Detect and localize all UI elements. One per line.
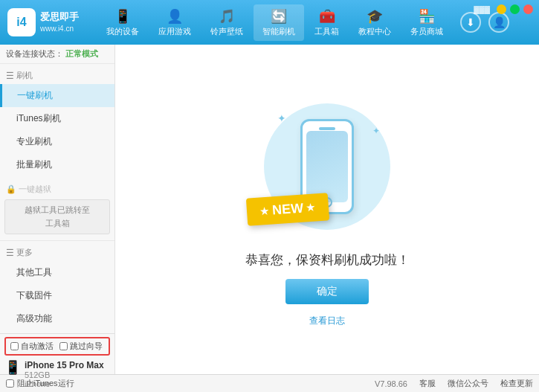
nav-item-app-games[interactable]: 👤 应用游戏 — [149, 4, 200, 41]
auto-activate-checkbox-label[interactable]: 自动激活 — [10, 341, 54, 352]
nav-item-merchant[interactable]: 🏪 务员商城 — [401, 4, 452, 41]
star-right-icon: ★ — [306, 202, 315, 213]
device-name: iPhone 15 Pro Max — [25, 360, 104, 370]
logo-text: 爱思即手 www.i4.cn — [40, 10, 79, 34]
customer-service-link[interactable]: 客服 — [419, 378, 436, 389]
device-phone-icon: 📱 — [4, 360, 21, 376]
new-badge: ★ NEW ★ — [246, 193, 329, 226]
flash-section-icon: ☰ — [6, 71, 14, 81]
sidebar-item-other-tools[interactable]: 其他工具 — [0, 261, 114, 284]
brand-url: www.i4.cn — [40, 24, 79, 34]
music-icon: 🎵 — [219, 8, 235, 25]
sidebar-item-batch-flash[interactable]: 批量刷机 — [0, 153, 114, 176]
itunes-checkbox[interactable] — [6, 379, 14, 388]
more-icon: ☰ — [6, 248, 14, 258]
auto-activate-checkbox[interactable] — [10, 342, 19, 350]
brand-name: 爱思即手 — [40, 10, 79, 24]
sparkle-icon-2: ✦ — [372, 126, 380, 136]
phone-notch — [319, 127, 335, 130]
sidebar-section-more: ☰ 更多 其他工具 下载固件 高级功能 — [0, 240, 114, 333]
sidebar-item-advanced[interactable]: 高级功能 — [0, 307, 114, 330]
window-controls: ▓▓▓ — [474, 4, 533, 14]
sidebar-item-one-click-flash[interactable]: 一键刷机 — [0, 84, 114, 107]
phone-icon: 📱 — [114, 8, 131, 25]
skip-guide-checkbox[interactable] — [59, 342, 68, 350]
user-icon[interactable]: 👤 — [488, 12, 509, 33]
download-icon[interactable]: ⬇ — [460, 12, 481, 33]
sidebar: 设备连接状态： 正常模式 ☰ 刷机 一键刷机 iTunes刷机 专业刷机 批量刷… — [0, 45, 115, 374]
store-icon: 🏪 — [419, 8, 435, 25]
nav-item-toolbox[interactable]: 🧰 工具箱 — [306, 4, 348, 41]
sidebar-item-download-firmware[interactable]: 下载固件 — [0, 284, 114, 307]
logo: i4 爱思即手 www.i4.cn — [7, 8, 89, 36]
success-message: 恭喜您，保资料刷机成功啦！ — [245, 251, 410, 269]
view-log-link[interactable]: 查看日志 — [309, 315, 345, 327]
nav-item-tutorial[interactable]: 🎓 教程中心 — [349, 4, 400, 41]
check-update-link[interactable]: 检查更新 — [500, 378, 533, 389]
confirm-button[interactable]: 确定 — [285, 279, 369, 304]
logo-icon: i4 — [7, 8, 36, 36]
star-left-icon: ★ — [260, 205, 270, 216]
flash-section-title: ☰ 刷机 — [0, 67, 114, 84]
skip-guide-checkbox-label[interactable]: 跳过向导 — [59, 341, 103, 352]
nav: 📱 我的设备 👤 应用游戏 🎵 铃声壁纸 🔄 智能刷机 🧰 工具箱 🎓 教程中心… — [89, 4, 460, 41]
sparkle-icon-1: ✦ — [277, 112, 286, 124]
nav-item-my-device[interactable]: 📱 我的设备 — [97, 4, 148, 41]
minimize-button[interactable] — [497, 4, 506, 14]
tutorial-icon: 🎓 — [367, 8, 383, 25]
disabled-note: 越狱工具已跳转至 工具箱 — [4, 199, 110, 234]
main-content: ✦ ✦ ★ NEW ★ 恭喜您，保资料刷机成功啦！ 确定 查看日志 — [115, 45, 539, 374]
status-mode-label: 正常模式 — [65, 48, 98, 60]
disabled-section: 🔒 一键越狱 越狱工具已跳转至 工具箱 — [0, 179, 114, 237]
refresh-icon: 🔄 — [271, 8, 287, 25]
sidebar-section-flash: ☰ 刷机 一键刷机 iTunes刷机 专业刷机 批量刷机 — [0, 64, 114, 179]
nav-item-smart-flash[interactable]: 🔄 智能刷机 — [254, 4, 304, 41]
close-button[interactable] — [523, 4, 533, 14]
phone-illustration: ✦ ✦ ★ NEW ★ — [253, 92, 401, 241]
header: ▓▓▓ i4 爱思即手 www.i4.cn 📱 我的设备 👤 应用游戏 🎵 铃声… — [0, 0, 539, 45]
lock-icon: 🔒 — [6, 184, 16, 194]
footer-right: V7.98.66 客服 微信公众号 检查更新 — [121, 378, 533, 389]
header-right: ⬇ 👤 — [460, 12, 509, 33]
phone-screen — [306, 131, 348, 202]
toolbox-icon: 🧰 — [319, 8, 335, 25]
sidebar-item-itunes-flash[interactable]: iTunes刷机 — [0, 107, 114, 130]
sidebar-item-pro-flash[interactable]: 专业刷机 — [0, 130, 114, 153]
more-section-title: ☰ 更多 — [0, 244, 114, 261]
signal-icon: ▓▓▓ — [474, 5, 490, 13]
person-icon: 👤 — [167, 8, 183, 25]
wechat-link[interactable]: 微信公众号 — [448, 378, 488, 389]
checkbox-group: 自动激活 跳过向导 — [4, 337, 110, 356]
version-label: V7.98.66 — [375, 379, 407, 388]
itunes-control: 阻止iTunes运行 — [6, 378, 121, 389]
itunes-label: 阻止iTunes运行 — [17, 378, 74, 389]
nav-item-ringtones[interactable]: 🎵 铃声壁纸 — [201, 4, 252, 41]
maximize-button[interactable] — [510, 4, 520, 14]
disabled-label: 🔒 一键越狱 — [0, 181, 114, 198]
connection-status: 设备连接状态： 正常模式 — [0, 45, 114, 64]
